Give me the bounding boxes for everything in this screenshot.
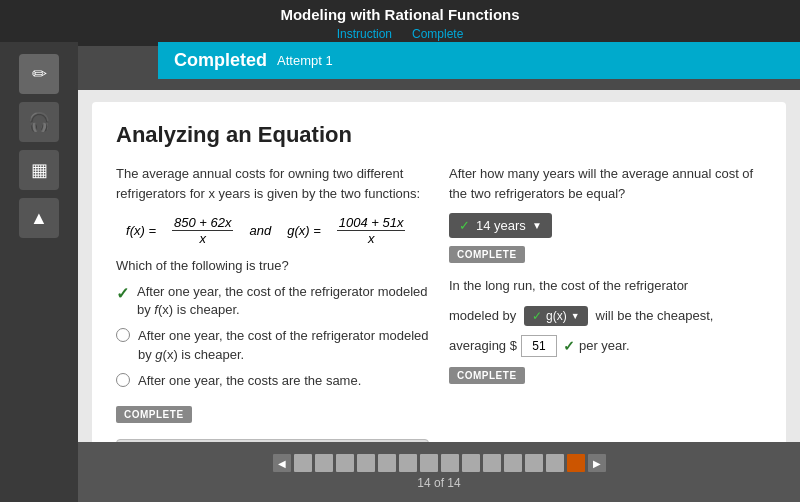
dropdown-arrow-icon: ▼: [532, 220, 542, 231]
main-area: Analyzing an Equation The average annual…: [78, 90, 800, 442]
page-dot-10[interactable]: [483, 454, 501, 472]
collapse-icon[interactable]: ▲: [19, 198, 59, 238]
complete-button-right-1[interactable]: COMPLETE: [449, 246, 525, 263]
page-dot-4[interactable]: [357, 454, 375, 472]
input-check-icon: ✓: [563, 338, 575, 354]
option-3[interactable]: After one year, the costs are the same.: [116, 372, 429, 390]
bottom-nav: ◀ ▶ 14 of 14: [78, 442, 800, 502]
page-dot-7[interactable]: [420, 454, 438, 472]
years-dropdown[interactable]: ✓ 14 years ▼: [449, 213, 552, 238]
radio-circle-2: [116, 328, 130, 342]
and-text: and: [249, 223, 271, 238]
nav-complete[interactable]: Complete: [412, 27, 463, 41]
longrun-row: modeled by ✓ g(x) ▼ will be the cheapest…: [449, 303, 762, 329]
page-dot-1[interactable]: [294, 454, 312, 472]
gx-dropdown[interactable]: ✓ g(x) ▼: [524, 306, 588, 326]
completed-bar: Completed Attempt 1: [158, 42, 800, 79]
card-title: Analyzing an Equation: [116, 122, 762, 148]
page-dot-3[interactable]: [336, 454, 354, 472]
right-question-1: After how many years will the average an…: [449, 164, 762, 203]
page-dot-13[interactable]: [546, 454, 564, 472]
pagination: ◀ ▶: [273, 454, 606, 472]
right-column: After how many years will the average an…: [449, 164, 762, 442]
averaging-text: averaging $: [449, 333, 517, 359]
dollar-input[interactable]: [521, 335, 557, 357]
page-title: Modeling with Rational Functions: [280, 6, 519, 23]
complete-button-left[interactable]: COMPLETE: [116, 406, 192, 423]
next-page-button[interactable]: ▶: [588, 454, 606, 472]
top-header: Modeling with Rational Functions Instruc…: [0, 0, 800, 46]
func1-fraction: 850 + 62x x: [172, 215, 233, 246]
option-2[interactable]: After one year, the cost of the refriger…: [116, 327, 429, 363]
sidebar: ✏ 🎧 ▦ ▲: [0, 42, 78, 502]
math-functions: f(x) = 850 + 62x x and g(x) = 1004 + 51x…: [126, 215, 429, 246]
func2-numerator: 1004 + 51x: [337, 215, 406, 231]
prev-page-button[interactable]: ◀: [273, 454, 291, 472]
longrun-text-1: In the long run, the cost of the refrige…: [449, 273, 762, 299]
gx-dropdown-value: g(x): [546, 309, 567, 323]
nav-instruction[interactable]: Instruction: [337, 27, 392, 41]
modeled-by-text: modeled by: [449, 308, 516, 323]
left-column: The average annual costs for owning two …: [116, 164, 429, 442]
page-dot-14[interactable]: [567, 454, 585, 472]
func2-prefix: g(x) =: [287, 223, 321, 238]
cheapest-text: will be the cheapest,: [596, 308, 714, 323]
page-dot-9[interactable]: [462, 454, 480, 472]
radio-circle-3: [116, 373, 130, 387]
page-dot-8[interactable]: [441, 454, 459, 472]
page-dot-12[interactable]: [525, 454, 543, 472]
content-card: Analyzing an Equation The average annual…: [92, 102, 786, 442]
page-dot-5[interactable]: [378, 454, 396, 472]
option-1-text: After one year, the cost of the refriger…: [137, 283, 429, 319]
func1-prefix: f(x) =: [126, 223, 156, 238]
complete-button-right-2[interactable]: COMPLETE: [449, 367, 525, 384]
func2-denominator: x: [366, 231, 377, 246]
averaging-row: averaging $ ✓ per year.: [449, 333, 762, 359]
dropdown-check-icon: ✓: [459, 218, 470, 233]
two-column-layout: The average annual costs for owning two …: [116, 164, 762, 442]
option-3-text: After one year, the costs are the same.: [138, 372, 361, 390]
page-dot-2[interactable]: [315, 454, 333, 472]
pencil-icon[interactable]: ✏: [19, 54, 59, 94]
func1-denominator: x: [197, 231, 208, 246]
per-year-text: per year.: [579, 333, 630, 359]
option-1: ✓ After one year, the cost of the refrig…: [116, 283, 429, 319]
func2-fraction: 1004 + 51x x: [337, 215, 406, 246]
completed-label: Completed: [174, 50, 267, 71]
gx-check-icon: ✓: [532, 309, 542, 323]
intro-text: The average annual costs for owning two …: [116, 164, 429, 203]
func1-numerator: 850 + 62x: [172, 215, 233, 231]
page-dot-6[interactable]: [399, 454, 417, 472]
option-2-text: After one year, the cost of the refriger…: [138, 327, 429, 363]
page-dot-11[interactable]: [504, 454, 522, 472]
calculator-icon[interactable]: ▦: [19, 150, 59, 190]
check-mark-icon: ✓: [116, 283, 129, 305]
page-count: 14 of 14: [417, 476, 460, 490]
attempt-label: Attempt 1: [277, 53, 333, 68]
headphones-icon[interactable]: 🎧: [19, 102, 59, 142]
dropdown-1-container: ✓ 14 years ▼: [449, 213, 762, 246]
years-dropdown-value: 14 years: [476, 218, 526, 233]
question-text: Which of the following is true?: [116, 258, 429, 273]
gx-arrow-icon: ▼: [571, 311, 580, 321]
